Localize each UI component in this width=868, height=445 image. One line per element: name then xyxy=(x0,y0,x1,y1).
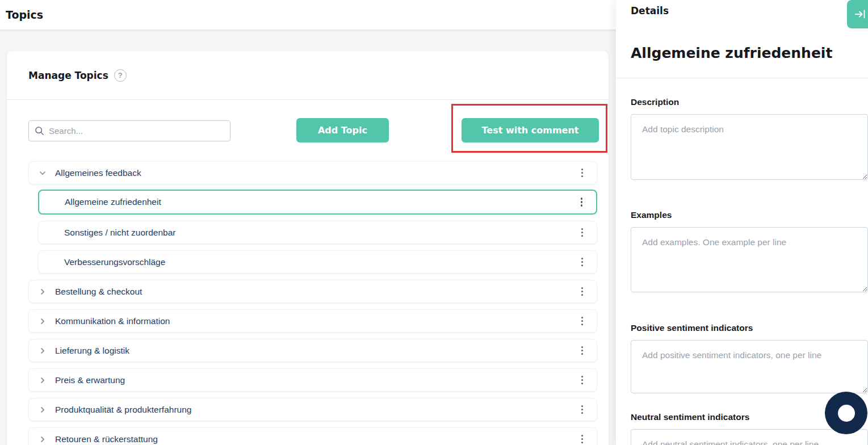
chat-widget-button[interactable] xyxy=(825,392,867,434)
topic-row[interactable]: Allgemeines feedback xyxy=(28,161,597,184)
chevron-right-icon[interactable] xyxy=(38,346,47,355)
topic-row[interactable]: Verbesserungsvorschläge xyxy=(38,250,597,274)
kebab-menu-icon[interactable] xyxy=(579,433,586,445)
kebab-menu-icon[interactable] xyxy=(578,195,585,209)
kebab-menu-icon[interactable] xyxy=(579,166,586,180)
page-title: Topics xyxy=(6,9,43,21)
field-label: Examples xyxy=(631,209,868,220)
kebab-menu-icon[interactable] xyxy=(579,314,586,328)
selected-topic-title: Allgemeine zufriedenheit xyxy=(631,44,868,63)
topic-label: Kommunikation & information xyxy=(55,316,579,326)
topic-row[interactable]: Preis & erwartung xyxy=(28,368,597,392)
collapse-panel-button[interactable] xyxy=(847,0,868,28)
chevron-right-icon[interactable] xyxy=(38,287,47,296)
kebab-menu-icon[interactable] xyxy=(579,344,586,358)
details-panel-title: Details xyxy=(631,4,868,18)
chevron-right-icon[interactable] xyxy=(38,435,47,444)
kebab-menu-icon[interactable] xyxy=(579,403,586,417)
kebab-menu-icon[interactable] xyxy=(579,226,586,240)
field-textarea[interactable] xyxy=(631,227,868,292)
field-textarea[interactable] xyxy=(631,429,868,445)
topic-label: Verbesserungsvorschläge xyxy=(64,257,579,267)
field-textarea[interactable] xyxy=(631,340,868,393)
chevron-right-icon[interactable] xyxy=(38,317,47,326)
topic-label: Lieferung & logistik xyxy=(55,346,579,356)
topic-label: Allgemeine zufriedenheit xyxy=(65,197,578,207)
topic-row[interactable]: Bestellung & checkout xyxy=(28,280,597,303)
topic-label: Preis & erwartung xyxy=(55,375,579,385)
details-panel: Details Allgemeine zufriedenheit Descrip… xyxy=(616,0,868,445)
field-section: Positive sentiment indicators xyxy=(631,322,868,393)
kebab-menu-icon[interactable] xyxy=(579,373,586,387)
kebab-menu-icon[interactable] xyxy=(579,285,586,299)
topic-label: Produktqualität & produkterfahrung xyxy=(55,405,579,415)
arrow-right-to-line-icon xyxy=(854,8,866,20)
manage-topics-title: Manage Topics xyxy=(28,70,108,81)
chevron-right-icon[interactable] xyxy=(38,405,47,414)
divider xyxy=(616,78,868,78)
topic-row[interactable]: Retouren & rückerstattung xyxy=(28,427,597,445)
field-section: Examples xyxy=(631,209,868,292)
chevron-right-icon[interactable] xyxy=(38,376,47,385)
topic-row[interactable]: Produktqualität & produkterfahrung xyxy=(28,398,597,421)
topic-label: Retouren & rückerstattung xyxy=(55,434,579,444)
field-label: Positive sentiment indicators xyxy=(631,322,868,333)
topic-row[interactable]: Kommunikation & information xyxy=(28,309,597,333)
test-with-comment-button[interactable]: Test with comment xyxy=(462,118,599,142)
topic-row[interactable]: Lieferung & logistik xyxy=(28,339,597,362)
add-topic-button[interactable]: Add Topic xyxy=(296,118,389,142)
help-icon[interactable]: ? xyxy=(114,69,127,82)
topic-label: Bestellung & checkout xyxy=(55,287,579,297)
card-header: Manage Topics ? xyxy=(7,51,609,100)
details-fields: Description Examples Positive sentiment … xyxy=(631,96,868,445)
chevron-down-icon[interactable] xyxy=(38,169,47,178)
topic-label: Sonstiges / nicht zuordenbar xyxy=(64,228,579,238)
field-section: Description xyxy=(631,96,868,180)
field-label: Description xyxy=(631,96,868,107)
topic-row[interactable]: Allgemeine zufriedenheit xyxy=(38,190,597,215)
search-icon xyxy=(35,126,44,136)
search-input[interactable] xyxy=(49,126,224,136)
manage-topics-card: Manage Topics ? Add Topic Test with comm… xyxy=(7,51,609,445)
annotation-highlight-box: Test with comment xyxy=(451,104,607,153)
kebab-menu-icon[interactable] xyxy=(579,255,586,269)
topic-row[interactable]: Sonstiges / nicht zuordenbar xyxy=(38,221,597,244)
field-textarea[interactable] xyxy=(631,114,868,180)
search-box[interactable] xyxy=(28,120,230,141)
topic-label: Allgemeines feedback xyxy=(55,168,579,178)
topic-list: Allgemeines feedback Allgemeine zufriede… xyxy=(28,161,597,445)
